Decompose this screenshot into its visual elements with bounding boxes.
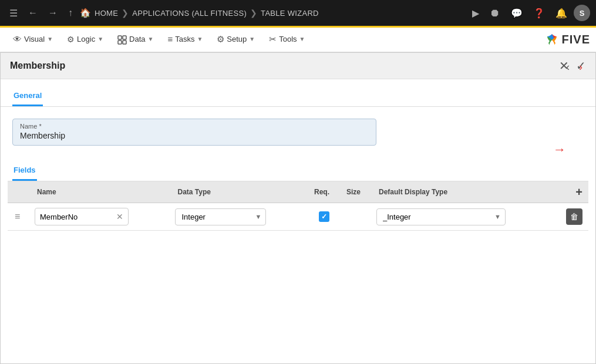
menu-setup[interactable]: ⚙ Setup ▼ <box>210 28 262 52</box>
menu-tasks[interactable]: ≡ Tasks ▼ <box>160 28 210 52</box>
name-field-container: Name * <box>12 119 376 146</box>
fields-section: Fields Name Data Type Req. Size Default … <box>1 155 595 318</box>
general-tabs: General <box>1 79 595 107</box>
record-button[interactable]: ⏺ <box>486 5 504 22</box>
col-size: Size <box>341 181 373 203</box>
panel-title: Membership <box>10 60 65 71</box>
empty-table-area <box>8 230 588 318</box>
up-button[interactable]: ↑ <box>65 5 76 21</box>
col-displaytype: Default Display Type <box>373 181 563 203</box>
col-add: + <box>563 181 588 203</box>
menu-bar: 👁 Visual ▼ ⚙ Logic ▼ Data ▼ ≡ Tasks ▼ ⚙ … <box>0 28 596 52</box>
tasks-icon: ≡ <box>167 34 173 44</box>
displaytype-select[interactable]: _Integer _String _Boolean _Float <box>376 208 506 225</box>
drag-handle[interactable]: ≡ <box>11 210 23 223</box>
col-req: Req. <box>308 181 341 203</box>
field-name-input[interactable] <box>40 213 110 221</box>
required-checkbox-wrapper <box>312 211 337 222</box>
data-icon <box>117 33 127 44</box>
name-input[interactable] <box>20 131 369 140</box>
menu-visual[interactable]: 👁 Visual ▼ <box>6 28 60 52</box>
menu-data-label: Data <box>129 35 145 43</box>
col-drag <box>8 181 31 203</box>
back-button[interactable]: ← <box>25 5 41 21</box>
breadcrumb-home[interactable]: HOME <box>95 9 118 18</box>
svg-rect-3 <box>123 41 126 44</box>
table-row: ≡ ✕ Integer <box>8 203 588 231</box>
logic-icon: ⚙ <box>67 35 75 44</box>
delete-row-button[interactable]: 🗑 <box>566 208 582 225</box>
delete-cell: 🗑 <box>563 203 588 231</box>
logic-caret: ▼ <box>97 36 103 42</box>
breadcrumb-applications[interactable]: APPLICATIONS (ALL FITNESS) <box>132 9 247 18</box>
setup-icon: ⚙ <box>217 34 224 45</box>
menu-setup-label: Setup <box>227 35 247 43</box>
menu-visual-label: Visual <box>24 35 45 43</box>
tools-icon: ✂ <box>269 34 277 45</box>
top-navigation: ☰ ← → ↑ 🏠 HOME ❯ APPLICATIONS (ALL FITNE… <box>0 0 596 26</box>
drag-cell: ≡ <box>8 203 31 231</box>
datatype-select[interactable]: Integer String Boolean Float Date DateTi… <box>175 208 266 225</box>
breadcrumb-table-wizard[interactable]: TABLE WIZARD <box>261 9 319 18</box>
forward-button[interactable]: → <box>45 5 61 21</box>
svg-rect-0 <box>118 36 122 39</box>
data-caret: ▼ <box>148 36 154 42</box>
menu-tools-label: Tools <box>279 35 297 43</box>
size-cell <box>341 203 373 231</box>
user-avatar[interactable]: S <box>574 5 590 21</box>
clear-name-button[interactable]: ✕ <box>116 212 123 221</box>
field-name-input-wrapper: ✕ <box>35 208 129 225</box>
setup-caret: ▼ <box>249 36 255 42</box>
tasks-caret: ▼ <box>197 36 203 42</box>
main-content: Membership ✕ ✓ ‹ › → General <box>0 52 596 364</box>
panel-body: ‹ › → General Name * <box>1 79 595 363</box>
datatype-select-wrapper: Integer String Boolean Float Date DateTi… <box>175 208 266 225</box>
help-button[interactable]: ❓ <box>529 5 549 21</box>
five-logo: FIVE <box>544 32 590 48</box>
fields-tabs: Fields <box>8 155 588 181</box>
displaytype-cell: _Integer _String _Boolean _Float ▼ <box>373 203 563 231</box>
svg-rect-2 <box>118 41 122 44</box>
breadcrumb: 🏠 HOME ❯ APPLICATIONS (ALL FITNESS) ❯ TA… <box>80 8 464 18</box>
notifications-button[interactable]: 🔔 <box>551 5 571 21</box>
panel-header: Membership ✕ ✓ <box>1 53 595 79</box>
play-button[interactable]: ▶ <box>468 5 483 21</box>
visual-icon: 👁 <box>13 34 22 44</box>
menu-data[interactable]: Data ▼ <box>110 28 160 52</box>
menu-tools[interactable]: ✂ Tools ▼ <box>262 28 312 52</box>
form-area: Name * <box>1 107 595 155</box>
tab-general[interactable]: General <box>12 86 43 106</box>
menu-tasks-label: Tasks <box>175 35 194 43</box>
name-field-label: Name * <box>20 123 369 130</box>
fields-table: Name Data Type Req. Size Default Display… <box>8 181 588 230</box>
col-name: Name <box>31 181 171 203</box>
datatype-cell: Integer String Boolean Float Date DateTi… <box>171 203 308 231</box>
required-checkbox[interactable] <box>319 211 329 222</box>
tools-caret: ▼ <box>299 36 305 42</box>
breadcrumb-sep1: ❯ <box>122 8 129 18</box>
menu-logic[interactable]: ⚙ Logic ▼ <box>60 28 110 52</box>
name-cell: ✕ <box>31 203 171 231</box>
five-logo-text: FIVE <box>562 33 590 46</box>
req-cell <box>308 203 341 231</box>
home-icon: 🏠 <box>80 8 91 18</box>
menu-icon[interactable]: ☰ <box>6 5 21 21</box>
tab-fields[interactable]: Fields <box>12 161 37 181</box>
top-nav-actions: ▶ ⏺ 💬 ❓ 🔔 S <box>468 5 590 22</box>
breadcrumb-sep2: ❯ <box>250 8 257 18</box>
membership-panel: Membership ✕ ✓ ‹ › → General <box>0 52 596 364</box>
displaytype-select-wrapper: _Integer _String _Boolean _Float ▼ <box>376 208 506 225</box>
menu-logic-label: Logic <box>77 35 95 43</box>
add-field-button[interactable]: + <box>575 186 582 198</box>
delete-icon: 🗑 <box>570 212 578 221</box>
table-header-row: Name Data Type Req. Size Default Display… <box>8 181 588 203</box>
svg-rect-1 <box>123 36 126 39</box>
chat-button[interactable]: 💬 <box>507 5 527 21</box>
visual-caret: ▼ <box>47 36 53 42</box>
col-datatype: Data Type <box>171 181 308 203</box>
